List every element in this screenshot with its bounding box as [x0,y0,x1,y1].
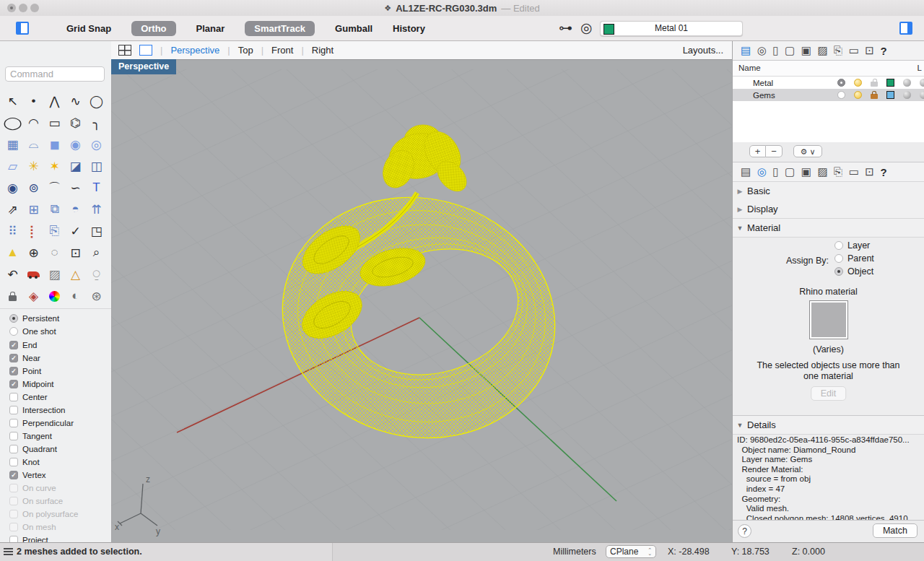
osnap-quadrant[interactable]: Quadrant [0,443,111,456]
toolbar-button-gumball[interactable]: Gumball [335,23,372,34]
tool-curve-interpolated-icon[interactable]: ∿ [65,90,86,112]
toolbar-button-history[interactable]: History [393,23,425,34]
page-tab-icon[interactable]: ▯ [772,44,778,57]
tool-annotation-shapes-icon[interactable]: △ [65,264,86,285]
checkbox-icon[interactable] [9,419,18,427]
layer-material-sphere-icon[interactable] [903,79,911,87]
tool-material-pennant-icon[interactable]: ◈ [23,285,44,307]
tool-array-icon[interactable]: ⊞ [23,199,44,220]
tool-wireframe-sphere-icon[interactable]: ⊛ [86,285,107,307]
current-layer-radio[interactable] [837,91,845,99]
layer-visibility-bulb-icon[interactable] [854,79,862,87]
project-osnap-icon[interactable]: ⊶ [559,19,572,36]
scroll-tab-icon[interactable]: ⎘ [834,44,842,57]
checkbox-icon[interactable] [9,458,18,466]
tool-move-icon[interactable]: ⇗ [2,199,23,220]
tool-select-icon[interactable]: ↖ [2,90,23,112]
section-material[interactable]: ▼ Material [733,219,924,238]
osnap-point[interactable]: ✓Point [0,365,111,378]
osnap-near[interactable]: ✓Near [0,352,111,365]
checkbox-icon[interactable] [9,432,18,440]
radio-icon[interactable] [834,267,843,276]
radio-icon[interactable] [9,327,18,336]
tool-ellipse-icon[interactable]: ◯ [0,112,27,134]
close-window-button[interactable] [7,4,16,12]
osnap-center[interactable]: Center [0,391,111,404]
current-layer-radio[interactable] [837,79,845,87]
cplane-dropdown[interactable]: CPlane ⌃⌄ [606,545,656,558]
scroll-tab-icon[interactable]: ⎘ [834,165,842,178]
tool-single-point-icon[interactable]: • [23,90,44,112]
toolbar-button-grid-snap[interactable]: Grid Snap [66,23,111,34]
tool-trim-icon[interactable]: ◪ [65,155,86,177]
frame-tab-icon[interactable]: ▭ [849,165,859,178]
remove-layer-button[interactable]: − [766,145,783,157]
tool-boolean-difference-icon[interactable]: ⊚ [23,177,44,199]
checkbox-icon[interactable]: ✓ [9,471,18,479]
checkbox-icon[interactable]: ✓ [9,354,18,362]
tool-split-icon[interactable]: ◫ [86,155,107,177]
tool-check-selection-icon[interactable]: ✓ [65,220,86,242]
map-tab-icon[interactable]: ▨ [817,165,827,178]
minimize-window-button[interactable] [19,4,27,12]
layer-color-swatch[interactable] [886,79,894,87]
tool-polygon-icon[interactable]: ⌬ [65,112,86,134]
osnap-mode-one-shot[interactable]: One shot [0,325,111,338]
tool-zoom-window-icon[interactable]: ◌ [44,242,65,264]
units-label[interactable]: Millimeters [553,543,596,561]
layer-lock-icon[interactable] [871,94,878,99]
maximize-window-button[interactable] [30,4,39,12]
tool-explode-icon[interactable]: ✶ [44,155,65,177]
four-viewports-icon[interactable] [118,45,131,56]
camera-tab-icon[interactable]: ▣ [801,165,811,178]
viewport-tab-right[interactable]: Right [312,45,334,56]
osnap-end[interactable]: ✓End [0,339,111,352]
radio-icon[interactable] [834,241,843,250]
tool-fillet-corner-icon[interactable]: ╮ [86,112,107,134]
osnap-knot[interactable]: Knot [0,456,111,469]
osnap-vertex[interactable]: ✓Vertex [0,469,111,482]
right-sidebar-toggle-icon[interactable] [899,22,912,35]
frame-tab-icon[interactable]: ▭ [849,44,859,57]
viewport-canvas[interactable]: z x y [111,59,732,542]
osnap-midpoint[interactable]: ✓Midpoint [0,378,111,391]
material-dropdown[interactable]: Metal 01 [600,21,743,36]
section-basic[interactable]: ▶ Basic [733,181,924,201]
tool-array-rectangular-icon[interactable]: ⠿ [2,220,23,242]
help-button[interactable]: ? [738,524,751,538]
layouts-link[interactable]: Layouts... [683,45,732,56]
tool-torus-icon[interactable]: ◎ [86,134,107,155]
checkbox-icon[interactable] [9,406,18,414]
tool-lock-icon[interactable] [2,285,23,307]
viewport[interactable]: |Perspective|Top|Front|Right Layouts... [111,41,732,542]
left-sidebar-toggle-icon[interactable] [16,22,29,35]
tool-curve-freeform-icon[interactable]: ∽ [65,177,86,199]
tool-surface-from-points-icon[interactable]: ▦ [2,134,23,155]
checkbox-icon[interactable]: ✓ [9,367,18,375]
layers-tab-icon[interactable]: ▤ [741,165,751,178]
properties-tab-icon[interactable]: ◎ [757,165,767,178]
material-preview-swatch[interactable] [809,300,848,339]
camera-tab-icon[interactable]: ▣ [801,44,811,57]
checkbox-icon[interactable] [9,445,18,453]
toolbar-button-ortho[interactable]: Ortho [131,21,175,36]
viewport-title-chip[interactable]: Perspective [111,59,176,74]
properties-tab-icon[interactable]: ◎ [757,44,767,57]
osnap-mode-persistent[interactable]: Persistent [0,312,111,325]
edit-material-button[interactable]: Edit [811,386,847,401]
layer-linetype-icon[interactable] [920,79,924,87]
tool-polyline-icon[interactable]: ⋀ [44,90,65,112]
tool-zoom-lens-icon[interactable]: ⌕ [86,242,107,264]
checkbox-icon[interactable] [9,393,18,401]
tool-rectangle-icon[interactable]: ▭ [44,112,65,134]
radio-icon[interactable] [9,314,18,323]
tool-zoom-in-icon[interactable]: ⊕ [23,242,44,264]
tool-box-icon[interactable]: ◼ [44,134,65,155]
add-layer-button[interactable]: + [749,145,766,157]
viewport-tab-perspective[interactable]: Perspective [170,45,219,56]
tool-curve-blend-icon[interactable]: ⌒ [44,177,65,199]
layer-settings-gear-button[interactable]: ⚙ ∨ [793,145,822,157]
toolbar-button-smarttrack[interactable]: SmartTrack [245,21,315,36]
tool-undo-view-icon[interactable]: ↶ [2,264,23,285]
command-input[interactable] [5,66,105,82]
